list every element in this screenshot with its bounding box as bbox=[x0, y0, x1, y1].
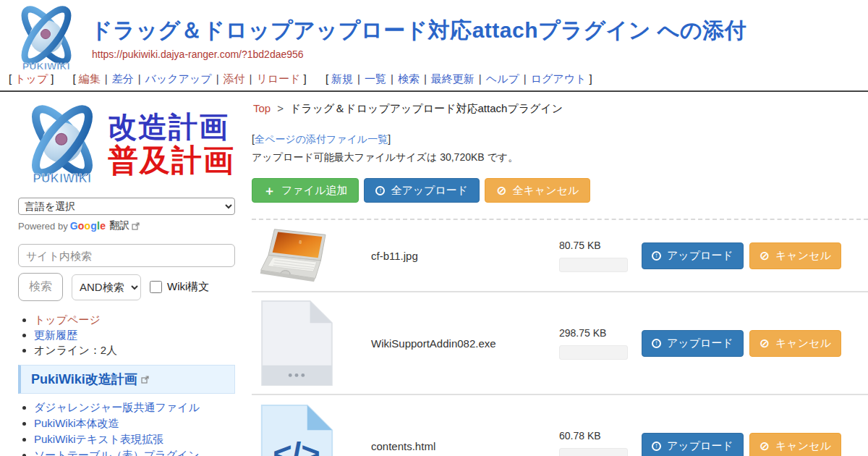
logo-wordmark: PUKIWIKI bbox=[22, 61, 70, 72]
file-size: 298.75 KB bbox=[559, 327, 642, 339]
nav-item-diff[interactable]: 差分 bbox=[112, 72, 134, 85]
sidebar-quick-links: トップページ 更新履歴 オンライン：2人 bbox=[34, 313, 235, 358]
list-item: 更新履歴 bbox=[34, 328, 235, 342]
sidebar-item-sort-table[interactable]: ソートテーブル（表）プラグイン bbox=[34, 449, 200, 456]
list-item: PukiWiki本体改造 bbox=[34, 415, 235, 431]
cancel-button[interactable]: ⊘ キャンセル bbox=[749, 330, 841, 357]
progress-bar bbox=[559, 448, 628, 456]
site-banner-text: 改造計画 普及計画 bbox=[108, 110, 235, 178]
breadcrumb-home-link[interactable]: Top bbox=[253, 102, 271, 114]
nav-item-recent[interactable]: 最終更新 bbox=[431, 72, 475, 85]
file-size: 60.78 KB bbox=[559, 430, 642, 442]
search-button[interactable]: 検索 bbox=[18, 273, 63, 301]
upload-button[interactable]: ↑ アップロード bbox=[642, 330, 744, 357]
atom-logo-icon: PUKIWIKI bbox=[18, 102, 106, 186]
main-content: Top>ドラッグ＆ドロップアップロード対応attachプラグイン [全ページの添… bbox=[250, 92, 868, 456]
progress-bar bbox=[559, 258, 628, 272]
sidebar-item-core-mod[interactable]: PukiWiki本体改造 bbox=[34, 417, 119, 429]
list-item: ダジャレンジャー版共通ファイル bbox=[34, 400, 235, 415]
banner-line-fukyu: 普及計画 bbox=[108, 143, 235, 178]
pukiwiki-kaizo-link[interactable]: PukiWiki改造計画 bbox=[31, 371, 137, 388]
sidebar-item-toppage[interactable]: トップページ bbox=[34, 313, 101, 326]
table-row: WikiSupportAddin082.exe 298.75 KB ↑ アップロ… bbox=[252, 292, 868, 395]
file-name: cf-b11.jpg bbox=[371, 250, 418, 262]
upload-icon: ↑ bbox=[375, 186, 385, 195]
language-select[interactable]: 言語を選択 bbox=[18, 198, 235, 215]
wiki-syntax-label: Wiki構文 bbox=[167, 280, 209, 294]
nav-item-list[interactable]: 一覧 bbox=[365, 72, 386, 85]
sidebar-site-logo[interactable]: PUKIWIKI 改造計画 普及計画 bbox=[18, 102, 235, 186]
google-translate-credit: Powered by Google 翻訳 bbox=[18, 219, 235, 232]
upload-icon: ↑ bbox=[652, 442, 661, 451]
max-upload-size-note: アップロード可能最大ファイルサイズは 30,720KB です。 bbox=[252, 151, 868, 164]
upload-file-list: 8 cf-b11.jpg 80.75 KB ↑ bbox=[252, 219, 868, 456]
banner-line-kaizo: 改造計画 bbox=[108, 110, 235, 143]
search-mode-select[interactable]: AND検索 bbox=[72, 274, 141, 300]
svg-text:</>: </> bbox=[273, 435, 320, 456]
laptop-photo-thumbnail: 8 bbox=[259, 227, 335, 284]
upload-button[interactable]: ↑ アップロード bbox=[642, 242, 744, 269]
page-title: ドラッグ＆ドロップアップロード対応attachプラグイン への添付 bbox=[90, 16, 746, 46]
atom-logo-icon: PUKIWIKI bbox=[10, 4, 82, 72]
upload-icon: ↑ bbox=[652, 251, 661, 261]
external-link-icon bbox=[141, 376, 149, 384]
ban-icon: ⊘ bbox=[760, 250, 770, 262]
add-files-button[interactable]: ＋ ファイル追加 bbox=[252, 178, 359, 203]
breadcrumb-current-page: ドラッグ＆ドロップアップロード対応attachプラグイン bbox=[290, 102, 563, 114]
plus-icon: ＋ bbox=[263, 185, 276, 197]
breadcrumb: Top>ドラッグ＆ドロップアップロード対応attachプラグイン bbox=[253, 102, 868, 116]
page-url-link[interactable]: https://pukiwiki.dajya-ranger.com/?1bd2d… bbox=[92, 48, 304, 60]
google-logo: Google bbox=[70, 220, 106, 232]
nav-item-search[interactable]: 検索 bbox=[398, 72, 420, 85]
online-counter: オンライン：2人 bbox=[34, 344, 117, 356]
translate-link[interactable]: 翻訳 bbox=[109, 219, 129, 232]
pukiwiki-logo[interactable]: PUKIWIKI bbox=[10, 4, 82, 75]
attach-list-link-row: [全ページの添付ファイル一覧] bbox=[252, 133, 868, 146]
generic-file-icon bbox=[259, 299, 335, 387]
nav-item-reload[interactable]: リロード bbox=[256, 72, 300, 85]
nav-item-help[interactable]: ヘルプ bbox=[486, 72, 519, 85]
ban-icon: ⊘ bbox=[496, 185, 506, 197]
html-file-icon: </> bbox=[259, 403, 335, 456]
ban-icon: ⊘ bbox=[760, 337, 770, 350]
upload-icon: ↑ bbox=[652, 339, 661, 348]
site-promo-box: PukiWiki改造計画 bbox=[18, 365, 235, 394]
progress-bar bbox=[559, 345, 628, 360]
cancel-button[interactable]: ⊘ キャンセル bbox=[749, 433, 841, 456]
table-row: 8 cf-b11.jpg 80.75 KB ↑ bbox=[252, 220, 868, 292]
nav-group-global: [新規|一覧|検索|最終更新|ヘルプ|ログアウト] bbox=[323, 72, 595, 85]
file-name: WikiSupportAddin082.exe bbox=[371, 337, 496, 350]
file-name: contents.html bbox=[371, 440, 435, 452]
cancel-button[interactable]: ⊘ キャンセル bbox=[749, 242, 841, 269]
upload-all-button[interactable]: ↑ 全アップロード bbox=[364, 178, 480, 203]
sidebar-item-text-ext[interactable]: PukiWikiテキスト表現拡張 bbox=[34, 433, 163, 445]
nav-item-logout[interactable]: ログアウト bbox=[531, 72, 587, 85]
search-controls: 検索 AND検索 Wiki構文 bbox=[18, 273, 235, 301]
ban-icon: ⊘ bbox=[760, 440, 770, 452]
search-input[interactable] bbox=[18, 244, 235, 267]
list-item: トップページ bbox=[34, 313, 235, 327]
nav-item-backup[interactable]: バックアップ bbox=[145, 72, 212, 85]
wiki-syntax-option: Wiki構文 bbox=[150, 280, 209, 294]
sidebar: PUKIWIKI 改造計画 普及計画 言語を選択 Powered by Goog… bbox=[0, 92, 250, 456]
file-size: 80.75 KB bbox=[559, 240, 642, 251]
nav-item-new[interactable]: 新規 bbox=[331, 72, 353, 85]
table-row: </> contents.html 60.78 KB ↑ アップロード ⊘ キャ… bbox=[252, 395, 868, 456]
cancel-all-button[interactable]: ⊘ 全キャンセル bbox=[485, 178, 590, 203]
sidebar-menu-links: ダジャレンジャー版共通ファイル PukiWiki本体改造 PukiWikiテキス… bbox=[34, 400, 235, 456]
all-pages-attach-link[interactable]: 全ページの添付ファイル一覧 bbox=[255, 133, 388, 145]
logo-wordmark: PUKIWIKI bbox=[33, 172, 92, 185]
list-item: ソートテーブル（表）プラグイン bbox=[34, 447, 235, 456]
page-header: PUKIWIKI ドラッグ＆ドロップアップロード対応attachプラグイン への… bbox=[0, 0, 868, 70]
list-item: オンライン：2人 bbox=[34, 343, 235, 358]
sidebar-item-history[interactable]: 更新履歴 bbox=[34, 329, 77, 341]
nav-group-page: [編集|差分|バックアップ|添付|リロード] bbox=[70, 72, 310, 85]
external-link-icon bbox=[132, 222, 140, 230]
wiki-syntax-checkbox[interactable] bbox=[150, 281, 162, 293]
upload-toolbar: ＋ ファイル追加 ↑ 全アップロード ⊘ 全キャンセル bbox=[252, 178, 868, 203]
top-navigation: [トップ] [編集|差分|バックアップ|添付|リロード] [新規|一覧|検索|最… bbox=[0, 70, 868, 90]
nav-item-attach[interactable]: 添付 bbox=[224, 72, 245, 85]
sidebar-item-common-files[interactable]: ダジャレンジャー版共通ファイル bbox=[34, 401, 200, 413]
list-item: PukiWikiテキスト表現拡張 bbox=[34, 431, 235, 447]
upload-button[interactable]: ↑ アップロード bbox=[642, 433, 744, 456]
